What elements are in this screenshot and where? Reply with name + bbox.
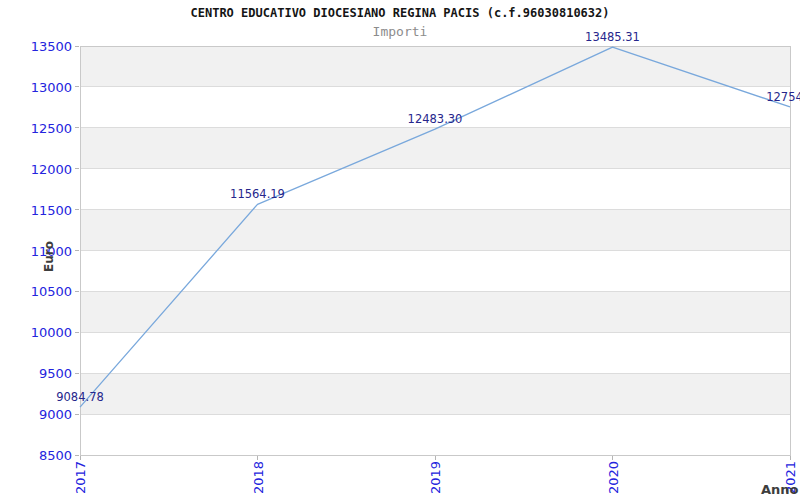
y-tick-label: 8500: [39, 448, 72, 463]
x-tick-label: 2020: [606, 461, 621, 494]
data-point-label: 9084.78: [56, 390, 104, 404]
y-tick-label: 12000: [31, 162, 72, 177]
x-tick-label: 2019: [428, 461, 443, 494]
y-tick-label: 12500: [31, 121, 72, 136]
y-tick-label: 9000: [39, 407, 72, 422]
data-point-label: 11564.19: [230, 187, 285, 201]
x-tick-label: 2017: [73, 461, 88, 494]
data-point-label: 12483.30: [408, 112, 463, 126]
y-tick-label: 10500: [31, 284, 72, 299]
y-tick-label: 10000: [31, 325, 72, 340]
y-tick-label: 13500: [31, 39, 72, 54]
x-axis-title: Anno: [761, 482, 799, 497]
y-axis-title: Euro: [42, 241, 56, 272]
background-band: [80, 128, 790, 169]
y-tick-label: 13000: [31, 80, 72, 95]
chart-figure: CENTRO EDUCATIVO DIOCESIANO REGINA PACIS…: [0, 0, 800, 500]
background-band: [80, 291, 790, 332]
background-band: [80, 373, 790, 414]
y-tick-label: 9500: [39, 366, 72, 381]
data-point-label: 12754.5: [766, 90, 800, 104]
line-chart-plot: 8500900095001000010500110001150012000125…: [0, 0, 800, 500]
y-tick-label: 11500: [31, 203, 72, 218]
background-band: [80, 210, 790, 251]
data-point-label: 13485.31: [585, 30, 640, 44]
x-tick-label: 2018: [251, 461, 266, 494]
background-band: [80, 46, 790, 87]
